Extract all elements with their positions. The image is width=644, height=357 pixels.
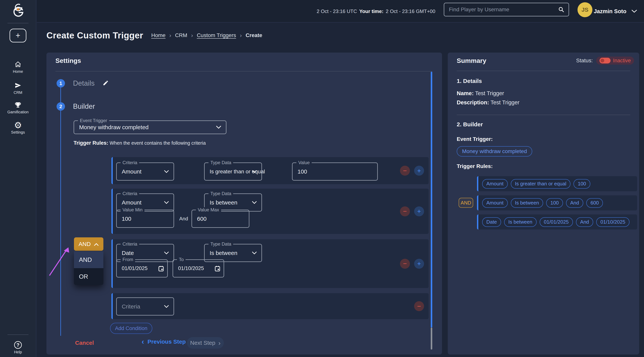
value-input[interactable]: Value 100: [292, 162, 378, 180]
gear-icon: ⚙: [14, 122, 22, 129]
topbar: 2 Oct - 23:16 UTC Your time: 2 Oct - 23:…: [37, 0, 644, 22]
edit-pencil-icon[interactable]: [102, 80, 109, 87]
chevron-down-icon: [164, 305, 169, 308]
criteria-select[interactable]: Criteria Amount: [116, 162, 174, 180]
operator-option-and[interactable]: AND: [74, 251, 104, 268]
summary-header: Summary: [457, 57, 486, 64]
chevron-down-icon[interactable]: [632, 10, 637, 13]
brand-logo-icon: [9, 2, 27, 21]
add-condition-row-button[interactable]: +: [414, 166, 424, 176]
add-condition-row-button[interactable]: +: [414, 259, 424, 269]
sidebar-item-gamification[interactable]: Gamification: [0, 101, 36, 114]
add-condition-row-button[interactable]: +: [414, 206, 424, 216]
remove-condition-button[interactable]: −: [400, 206, 410, 216]
previous-step-button[interactable]: ‹ Previous Step: [142, 338, 186, 345]
rule-chip: And: [576, 217, 593, 227]
cancel-button[interactable]: Cancel: [75, 340, 94, 346]
trophy-icon: [14, 101, 22, 108]
summary-operator-chip: AND: [459, 198, 473, 208]
page-title: Create Custom Trigger: [46, 30, 143, 40]
sidebar: + Home CRM Gamification ⚙ Settings ?: [0, 0, 36, 357]
remove-condition-button[interactable]: −: [414, 301, 424, 311]
sidebar-item-label: Gamification: [7, 110, 28, 114]
scrollbar-thumb[interactable]: [431, 328, 432, 350]
calendar-icon[interactable]: [214, 265, 220, 272]
date-from-value: 01/01/2025: [122, 260, 148, 277]
chevron-right-icon: ›: [169, 32, 171, 38]
date-to-value: 01/10/2025: [178, 260, 204, 277]
step-1-label: Details: [73, 79, 94, 87]
summary-panel: Summary Status: Inactive 1. Details Name…: [448, 52, 639, 354]
sidebar-item-settings[interactable]: ⚙ Settings: [0, 122, 36, 134]
sidebar-item-crm[interactable]: CRM: [0, 82, 36, 95]
summary-name-line: Name: Test Trigger: [457, 90, 504, 96]
user-name: Jazmin Soto: [594, 8, 626, 14]
search-icon[interactable]: [558, 6, 564, 12]
send-icon: [14, 82, 22, 89]
next-step-label: Next Step: [190, 340, 215, 346]
minus-icon: −: [403, 167, 407, 174]
operator-option-or[interactable]: OR: [74, 268, 104, 285]
sidebar-divider-bottom: [8, 334, 28, 335]
rule-chip: 01/10/2025: [596, 217, 630, 227]
your-time-label: Your time:: [359, 8, 384, 14]
next-step-button[interactable]: Next Step ›: [187, 337, 224, 348]
event-trigger-chip: Money withdraw completed: [457, 146, 532, 156]
value-max-input[interactable]: Value Max 600: [192, 210, 250, 228]
breadcrumb-custom-triggers[interactable]: Custom Triggers: [197, 32, 236, 38]
chevron-down-icon: [252, 201, 257, 204]
rule-chip: Amount: [482, 198, 508, 208]
description-label: Description:: [457, 100, 489, 106]
settings-panel: Settings 1 Details 2 Builder Event Trigg…: [46, 52, 442, 354]
summary-description-line: Description: Test Trigger: [457, 100, 520, 106]
rule-chip: 100: [546, 198, 563, 208]
sidebar-item-help[interactable]: ? Help: [0, 341, 36, 354]
criteria-select-empty[interactable]: Criteria: [116, 297, 174, 316]
calendar-icon[interactable]: [158, 265, 164, 272]
condition-row-2: Criteria Amount Type Data Is between Val…: [112, 189, 429, 234]
toggle-knob: [600, 59, 604, 62]
row-actions: − +: [400, 259, 424, 269]
name-label: Name:: [457, 90, 474, 96]
value-min-input[interactable]: Value Min 100: [116, 210, 174, 228]
date-to-input[interactable]: To 01/10/2025: [172, 259, 224, 278]
event-trigger-select[interactable]: Event Trigger Money withdraw completed: [74, 120, 226, 134]
status-label: Status:: [576, 58, 593, 64]
type-data-value: Is between: [210, 244, 237, 262]
annotation-arrow: [48, 245, 74, 278]
value-min-text: 100: [122, 210, 131, 227]
rule-chip: Amount: [482, 179, 508, 189]
rule-chip: 100: [574, 179, 590, 189]
scrollbar-track-accent: [431, 72, 432, 328]
add-condition-button[interactable]: Add Condition: [110, 323, 152, 334]
user-menu[interactable]: Jazmin Soto: [594, 0, 626, 22]
remove-condition-button[interactable]: −: [400, 259, 410, 269]
panel-scrollbar[interactable]: [431, 72, 432, 350]
type-data-select[interactable]: Type Data Is greater than or equal: [204, 162, 262, 180]
home-icon: [14, 61, 22, 68]
breadcrumb-home[interactable]: Home: [151, 32, 166, 38]
row-actions: − +: [400, 166, 424, 176]
operator-dropdown-button[interactable]: AND: [74, 237, 104, 251]
summary-details-heading: 1. Details: [457, 78, 482, 84]
sidebar-item-label: Settings: [11, 130, 25, 134]
app-root: + Home CRM Gamification ⚙ Settings ?: [0, 0, 644, 357]
status-toggle[interactable]: Inactive: [596, 56, 634, 64]
avatar[interactable]: JS: [578, 2, 592, 17]
chevron-down-icon: [164, 251, 169, 254]
date-from-input[interactable]: From 01/01/2025: [116, 259, 168, 278]
utc-time: 2 Oct - 23:16 UTC: [317, 8, 357, 14]
rule-chip: Date: [482, 217, 501, 227]
name-value: Test Trigger: [475, 90, 504, 96]
sidebar-add-button[interactable]: +: [10, 29, 26, 42]
condition-row-1: Criteria Amount Type Data Is greater tha…: [112, 157, 429, 184]
main-content: Create Custom Trigger Home › CRM › Custo…: [37, 23, 644, 357]
status-value: Inactive: [613, 58, 631, 64]
rule-chip: Is greater than or equal: [511, 179, 570, 189]
remove-condition-button[interactable]: −: [400, 166, 410, 176]
rule-chip: 01/01/2025: [540, 217, 573, 227]
value-max-text: 600: [197, 210, 206, 227]
sidebar-item-label: Help: [14, 350, 22, 354]
search-input[interactable]: [444, 6, 558, 12]
sidebar-item-home[interactable]: Home: [0, 61, 36, 74]
